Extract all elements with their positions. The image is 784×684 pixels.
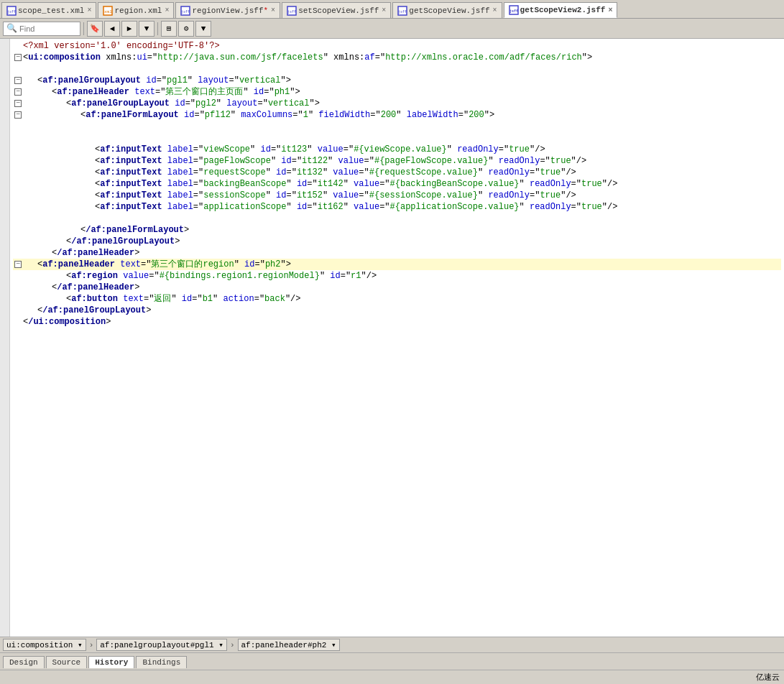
code-text[interactable]: <af:inputText label="backingBeanScope" i… xyxy=(95,178,781,190)
code-line: −<ui:composition xmlns:ui="http://java.s… xyxy=(13,52,781,63)
toolbar: 🔍 🔖 ◀ ▶ ▼ ⊞ ⚙ ▼ xyxy=(0,19,784,39)
code-line: <af:inputText label="requestScope" id="i… xyxy=(13,167,781,178)
code-text[interactable]: <af:panelGroupLayout id="pgl2" layout="v… xyxy=(66,98,781,109)
tab-regionView[interactable]: jsffregionView.jsff *× xyxy=(175,2,280,18)
code-line xyxy=(13,63,781,75)
fold-marker[interactable]: − xyxy=(13,109,23,121)
bottom-tab-history[interactable]: History xyxy=(88,656,134,668)
code-text[interactable]: </af:panelGroupLayout> xyxy=(66,236,781,247)
breadcrumb-bar: ui:composition ▾›af:panelgrouplayout#pgl… xyxy=(0,637,784,652)
code-line: </ui:composition> xyxy=(13,316,781,328)
tab-close-scope_test[interactable]: × xyxy=(87,6,91,14)
bottom-tab-design[interactable]: Design xyxy=(3,656,45,668)
code-line: <af:inputText label="applicationScope" i… xyxy=(13,201,781,213)
tab-icon-setScopeView: jsff xyxy=(287,6,297,16)
code-line: </af:panelHeader> xyxy=(13,282,781,293)
code-text[interactable]: <?xml version='1.0' encoding='UTF-8'?> xyxy=(23,40,781,52)
code-line: −<af:panelFormLayout id="pfl12" maxColum… xyxy=(13,109,781,121)
tab-label-scope_test: scope_test.xml xyxy=(18,6,84,15)
tab-icon-regionView: jsff xyxy=(180,6,190,16)
fold-marker[interactable]: − xyxy=(13,86,23,98)
tab-icon-scope_test: jsff xyxy=(6,6,17,16)
code-line: <af:inputText label="sessionScope" id="i… xyxy=(13,190,781,201)
bottom-tab-source[interactable]: Source xyxy=(46,656,88,668)
svg-text:jsff: jsff xyxy=(398,10,407,14)
fold-marker[interactable]: − xyxy=(13,75,23,86)
tab-region_xml[interactable]: xmlregion.xml× xyxy=(98,2,174,18)
code-line: −<af:panelHeader text="第三个窗口的region" id=… xyxy=(13,259,781,270)
code-text[interactable]: <af:inputText label="sessionScope" id="i… xyxy=(95,190,781,201)
nav-back-btn[interactable]: ◀ xyxy=(104,21,120,37)
code-line xyxy=(13,132,781,144)
code-text[interactable]: <af:region value="#{bindings.region1.reg… xyxy=(66,270,781,282)
code-line: <?xml version='1.0' encoding='UTF-8'?> xyxy=(13,40,781,52)
code-text[interactable]: <af:inputText label="pageFlowScope" id="… xyxy=(95,155,781,167)
code-text[interactable]: </af:panelHeader> xyxy=(52,282,781,293)
tab-label-setScopeView: setScopeView.jsff xyxy=(298,6,379,15)
toolbar-separator xyxy=(83,22,84,35)
code-text[interactable]: <af:inputText label="viewScope" id="it12… xyxy=(95,144,781,155)
code-line: −<af:panelGroupLayout id="pgl1" layout="… xyxy=(13,75,781,86)
tab-label-region_xml: region.xml xyxy=(114,6,162,15)
code-text[interactable]: <ui:composition xmlns:ui="http://java.su… xyxy=(23,52,781,63)
breadcrumb-item-0[interactable]: ui:composition ▾ xyxy=(3,639,86,651)
status-bar: 亿速云 xyxy=(0,670,784,684)
code-text[interactable]: </af:panelFormLayout> xyxy=(80,224,781,236)
code-line: </af:panelFormLayout> xyxy=(13,224,781,236)
tab-close-regionView[interactable]: × xyxy=(271,6,275,14)
search-icon: 🔍 xyxy=(6,23,17,34)
search-input[interactable] xyxy=(19,24,77,33)
fold-marker[interactable]: − xyxy=(13,98,23,109)
search-box[interactable]: 🔍 xyxy=(3,22,80,36)
nav-fwd-btn[interactable]: ▶ xyxy=(121,21,137,37)
code-text[interactable]: </af:panelGroupLayout> xyxy=(37,305,781,316)
breadcrumb-label-2: af:panelheader#ph2 ▾ xyxy=(238,639,340,651)
code-line: <af:button text="返回" id="b1" action="bac… xyxy=(13,293,781,305)
tab-scope_test[interactable]: jsffscope_test.xml× xyxy=(1,2,96,18)
svg-text:jsff: jsff xyxy=(509,9,518,14)
code-text[interactable]: <af:inputText label="requestScope" id="i… xyxy=(95,167,781,178)
svg-text:jsff: jsff xyxy=(181,10,190,14)
code-editor[interactable]: <?xml version='1.0' encoding='UTF-8'?>−<… xyxy=(10,39,784,637)
code-text[interactable]: <af:panelHeader text="第三个窗口的主页面" id="ph1… xyxy=(52,86,781,98)
tab-icon-getScopeView: jsff xyxy=(397,6,407,16)
code-text[interactable]: <af:panelFormLayout id="pfl12" maxColumn… xyxy=(80,109,781,121)
tab-modified-regionView: * xyxy=(264,6,269,15)
tab-getScopeView2[interactable]: jsffgetScopeView2.jsff× xyxy=(504,2,618,18)
code-text[interactable]: <af:panelGroupLayout id="pgl1" layout="v… xyxy=(37,75,781,86)
code-text[interactable]: <af:inputText label="applicationScope" i… xyxy=(95,201,781,213)
brand-label: 亿速云 xyxy=(756,672,780,683)
tab-icon-region_xml: xml xyxy=(103,6,113,16)
code-text[interactable]: <af:button text="返回" id="b1" action="bac… xyxy=(66,293,781,305)
nav-history-btn[interactable]: ▼ xyxy=(139,21,155,37)
code-line: −<af:panelHeader text="第三个窗口的主页面" id="ph… xyxy=(13,86,781,98)
breadcrumb-separator: › xyxy=(230,641,235,650)
tab-close-getScopeView2[interactable]: × xyxy=(608,6,612,14)
tab-close-region_xml[interactable]: × xyxy=(165,6,169,14)
more-btn[interactable]: ▼ xyxy=(195,21,211,37)
code-line: </af:panelGroupLayout> xyxy=(13,236,781,247)
view-btn[interactable]: ⊞ xyxy=(161,21,177,37)
code-text[interactable]: <af:panelHeader text="第三个窗口的region" id="… xyxy=(37,259,781,270)
code-line: <af:inputText label="viewScope" id="it12… xyxy=(13,144,781,155)
fold-marker[interactable]: − xyxy=(13,52,23,63)
code-line: <af:inputText label="backingBeanScope" i… xyxy=(13,178,781,190)
bookmark-btn[interactable]: 🔖 xyxy=(87,21,103,37)
tab-close-getScopeView[interactable]: × xyxy=(493,6,497,14)
tab-close-setScopeView[interactable]: × xyxy=(382,6,386,14)
fold-marker[interactable]: − xyxy=(13,259,23,270)
code-line: </af:panelHeader> xyxy=(13,247,781,259)
breadcrumb-item-1[interactable]: af:panelgrouplayout#pgl1 ▾ xyxy=(96,639,227,651)
tab-setScopeView[interactable]: jsffsetScopeView.jsff× xyxy=(282,2,391,18)
tab-getScopeView[interactable]: jsffgetScopeView.jsff× xyxy=(392,2,502,18)
code-text[interactable]: </af:panelHeader> xyxy=(52,247,781,259)
breadcrumb-label-1: af:panelgrouplayout#pgl1 ▾ xyxy=(96,639,227,651)
code-text[interactable]: </ui:composition> xyxy=(23,316,781,328)
code-line: <af:inputText label="pageFlowScope" id="… xyxy=(13,155,781,167)
bottom-tab-bindings[interactable]: Bindings xyxy=(136,656,187,668)
code-content: <?xml version='1.0' encoding='UTF-8'?>−<… xyxy=(10,39,784,329)
fold-gutter-column xyxy=(0,39,10,637)
tab-label-regionView: regionView.jsff xyxy=(192,6,263,15)
breadcrumb-item-2[interactable]: af:panelheader#ph2 ▾ xyxy=(238,639,340,651)
tools-btn[interactable]: ⚙ xyxy=(178,21,194,37)
